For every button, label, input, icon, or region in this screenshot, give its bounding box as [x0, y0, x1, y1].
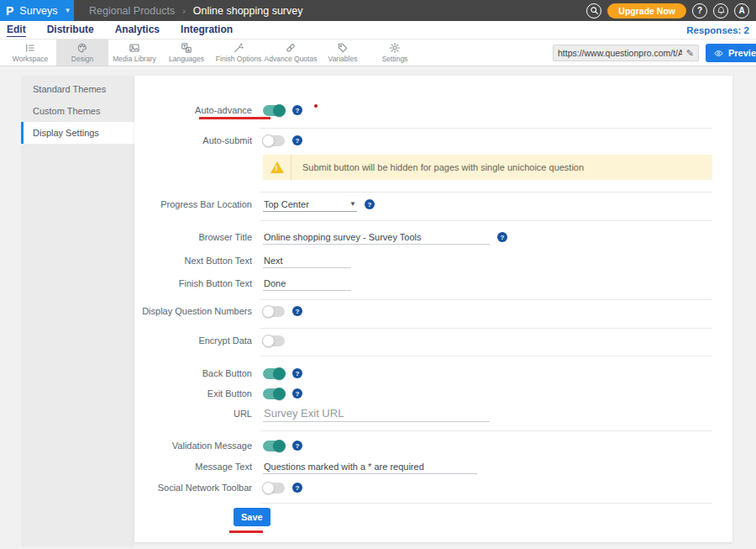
validation-message-row: Validation Message ?: [134, 436, 732, 455]
finish-button-text-label: Finish Button Text: [134, 278, 252, 288]
media-library-icon: [129, 42, 140, 54]
browser-title-row: Browser Title ?: [134, 228, 732, 246]
browser-title-input[interactable]: [263, 230, 490, 245]
upgrade-now-button[interactable]: Upgrade Now: [607, 3, 686, 18]
breadcrumb-parent[interactable]: Regional Products: [89, 5, 175, 17]
auto-advance-label: Auto-advance: [134, 105, 252, 115]
variables-tag-icon: [337, 42, 349, 54]
encrypt-data-toggle[interactable]: [263, 335, 285, 346]
finish-button-text-row: Finish Button Text: [134, 274, 732, 293]
toolbar-item-languages[interactable]: Languages: [160, 40, 213, 66]
nav-tab-integration[interactable]: Integration: [181, 24, 233, 36]
bell-icon[interactable]: [713, 3, 728, 18]
sidebar-item-display-settings[interactable]: Display Settings: [21, 122, 134, 144]
divider: [260, 299, 712, 300]
toolbar-item-design[interactable]: Design: [56, 40, 108, 66]
nav-tab-distribute[interactable]: Distribute: [47, 24, 94, 36]
nav-tab-edit[interactable]: Edit: [7, 24, 26, 37]
next-button-text-row: Next Button Text: [134, 251, 732, 270]
back-button-label: Back Button: [134, 368, 252, 378]
exit-button-toggle[interactable]: [263, 388, 285, 399]
exit-button-help-icon[interactable]: ?: [292, 388, 302, 399]
breadcrumb-separator: ›: [182, 6, 186, 16]
auto-submit-help-icon[interactable]: ?: [292, 135, 302, 145]
surveys-product-menu[interactable]: P Surveys ▼: [0, 0, 74, 21]
social-network-toolbar-row: Social Network Toolbar ?: [134, 478, 732, 497]
survey-share-url-box: ✎: [553, 45, 699, 61]
warning-text: Submit button will be hidden for pages w…: [302, 162, 584, 172]
message-text-row: Message Text: [134, 457, 732, 476]
nav-tab-analytics[interactable]: Analytics: [115, 24, 160, 36]
survey-nav: Edit Distribute Analytics Integration Re…: [0, 21, 756, 40]
next-button-text-input[interactable]: [263, 254, 351, 268]
validation-message-label: Validation Message: [134, 441, 252, 451]
divider: [260, 220, 712, 221]
auto-submit-label: Auto-submit: [134, 135, 252, 145]
divider: [260, 430, 712, 431]
toolbar-item-settings[interactable]: Settings: [369, 40, 421, 66]
back-button-row: Back Button ?: [134, 364, 732, 383]
browser-title-help-icon[interactable]: ?: [497, 232, 507, 242]
advance-quotas-chain-icon: [285, 42, 297, 54]
sidebar-item-standard-themes[interactable]: Standard Themes: [21, 78, 134, 100]
exit-button-row: Exit Button ?: [134, 384, 732, 403]
social-network-toolbar-toggle[interactable]: [263, 483, 285, 494]
social-network-toolbar-help-icon[interactable]: ?: [292, 483, 302, 493]
search-icon[interactable]: [586, 3, 601, 18]
breadcrumb: Regional Products › Online shopping surv…: [89, 0, 302, 21]
help-button[interactable]: ?: [692, 3, 707, 18]
divider: [260, 128, 712, 129]
languages-icon: [181, 42, 192, 54]
preview-button[interactable]: Preview: [706, 44, 756, 62]
progress-bar-location-select[interactable]: Top Center ▼: [263, 198, 357, 212]
design-palette-icon: [76, 42, 88, 54]
settings-gear-icon: [389, 42, 401, 54]
message-text-input[interactable]: [263, 460, 477, 474]
responses-count[interactable]: Responses: 2: [686, 25, 749, 35]
browser-title-label: Browser Title: [134, 232, 252, 242]
divider: [260, 192, 712, 193]
design-sidebar: Standard Themes Custom Themes Display Se…: [21, 76, 134, 546]
design-toolbar: Workspace Design Media Library Languages…: [0, 40, 756, 66]
exit-url-input[interactable]: [263, 405, 490, 422]
product-name: Surveys: [19, 5, 57, 17]
auto-advance-toggle[interactable]: [263, 105, 285, 116]
social-network-toolbar-label: Social Network Toolbar: [134, 483, 252, 493]
toolbar-item-finish-options[interactable]: Finish Options: [213, 40, 265, 66]
eye-icon: [713, 50, 724, 57]
annotation-red-dot: [314, 104, 318, 108]
encrypt-data-label: Encrypt Data: [134, 335, 252, 346]
back-button-toggle[interactable]: [263, 368, 285, 379]
toolbar-item-workspace[interactable]: Workspace: [4, 40, 56, 66]
warning-triangle-icon: !: [263, 155, 291, 180]
display-question-numbers-help-icon[interactable]: ?: [292, 306, 302, 316]
exit-url-label: URL: [134, 409, 252, 419]
breadcrumb-current: Online shopping survey: [193, 5, 303, 17]
avatar[interactable]: A: [734, 3, 749, 18]
display-question-numbers-toggle[interactable]: [263, 306, 285, 317]
divider: [260, 328, 712, 329]
pencil-icon[interactable]: ✎: [686, 48, 698, 59]
back-button-help-icon[interactable]: ?: [292, 368, 302, 378]
toolbar-item-advance-quotas[interactable]: Advance Quotas: [265, 40, 317, 66]
survey-share-url-input[interactable]: [554, 48, 686, 58]
progress-bar-location-row: Progress Bar Location Top Center ▼ ?: [134, 195, 732, 214]
toolbar-item-media-library[interactable]: Media Library: [108, 40, 160, 66]
progress-bar-help-icon[interactable]: ?: [365, 199, 375, 209]
progress-bar-location-label: Progress Bar Location: [134, 199, 252, 209]
chevron-down-icon: ▼: [65, 7, 71, 14]
questionpro-logo: P: [6, 5, 13, 17]
message-text-label: Message Text: [134, 462, 252, 472]
auto-submit-toggle[interactable]: [263, 135, 285, 146]
sidebar-item-custom-themes[interactable]: Custom Themes: [21, 100, 134, 122]
display-question-numbers-label: Display Question Numbers: [134, 306, 252, 316]
topbar-actions: Upgrade Now ? A: [586, 0, 756, 21]
auto-advance-help-icon[interactable]: ?: [292, 105, 302, 115]
save-button[interactable]: Save: [234, 508, 270, 526]
validation-message-help-icon[interactable]: ?: [292, 441, 302, 451]
toolbar-item-variables[interactable]: Variables: [317, 40, 369, 66]
display-question-numbers-row: Display Question Numbers ?: [134, 302, 732, 320]
finish-button-text-input[interactable]: [263, 277, 351, 291]
validation-message-toggle[interactable]: [263, 441, 285, 451]
auto-submit-row: Auto-submit ?: [134, 131, 732, 150]
